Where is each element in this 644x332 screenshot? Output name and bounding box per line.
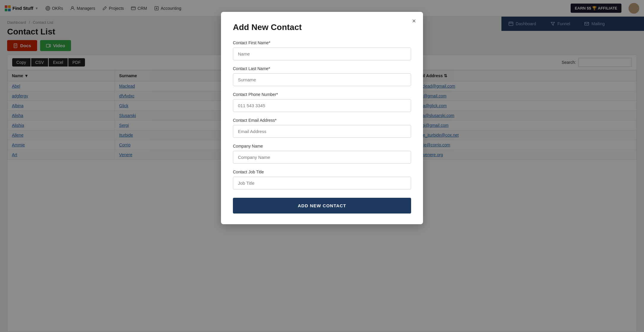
- form-group-phone: Contact Phone Number*: [233, 92, 411, 112]
- modal-overlay[interactable]: Add New Contact × Contact First Name* Co…: [0, 0, 644, 332]
- form-input-email[interactable]: [233, 125, 411, 138]
- form-input-last-name[interactable]: [233, 73, 411, 86]
- form-input-phone[interactable]: [233, 99, 411, 112]
- form-label-job-title: Contact Job Title: [233, 170, 411, 174]
- form-group-job-title: Contact Job Title: [233, 170, 411, 189]
- form-input-company[interactable]: [233, 151, 411, 164]
- modal-close-button[interactable]: ×: [412, 18, 416, 24]
- modal: Add New Contact × Contact First Name* Co…: [221, 12, 423, 224]
- form-group-first-name: Contact First Name*: [233, 40, 411, 60]
- form-input-job-title[interactable]: [233, 177, 411, 189]
- modal-title: Add New Contact: [233, 23, 411, 32]
- form-label-last-name: Contact Last Name*: [233, 66, 411, 71]
- form-label-email: Contact Email Address*: [233, 118, 411, 123]
- form-input-first-name[interactable]: [233, 48, 411, 60]
- submit-button[interactable]: ADD NEW CONTACT: [233, 198, 411, 214]
- form-label-first-name: Contact First Name*: [233, 40, 411, 45]
- form-label-company: Company Name: [233, 144, 411, 148]
- form-label-phone: Contact Phone Number*: [233, 92, 411, 97]
- form-group-last-name: Contact Last Name*: [233, 66, 411, 86]
- form-group-company: Company Name: [233, 144, 411, 164]
- form-group-email: Contact Email Address*: [233, 118, 411, 138]
